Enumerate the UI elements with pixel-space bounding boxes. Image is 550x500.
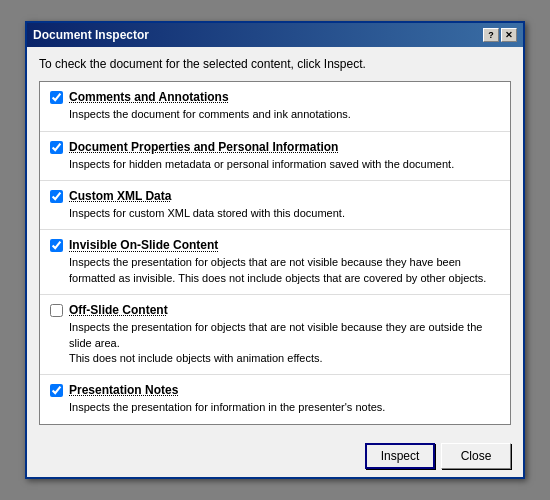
comments-title: Comments and Annotations [69, 90, 229, 104]
header-instruction: To check the document for the selected c… [39, 57, 511, 71]
item-header: Invisible On-Slide Content [50, 238, 500, 252]
item-header: Off-Slide Content [50, 303, 500, 317]
comments-checkbox[interactable] [50, 91, 63, 104]
list-item: Custom XML Data Inspects for custom XML … [40, 181, 510, 230]
dialog-footer: Inspect Close [27, 435, 523, 477]
presentation-notes-checkbox[interactable] [50, 384, 63, 397]
invisible-content-checkbox[interactable] [50, 239, 63, 252]
title-bar: Document Inspector ? ✕ [27, 23, 523, 47]
item-header: Document Properties and Personal Informa… [50, 140, 500, 154]
dialog-body: To check the document for the selected c… [27, 47, 523, 435]
inspector-list: Comments and Annotations Inspects the do… [39, 81, 511, 425]
presentation-notes-title: Presentation Notes [69, 383, 178, 397]
document-inspector-dialog: Document Inspector ? ✕ To check the docu… [25, 21, 525, 479]
presentation-notes-description: Inspects the presentation for informatio… [69, 400, 500, 415]
title-close-button[interactable]: ✕ [501, 28, 517, 42]
doc-properties-checkbox[interactable] [50, 141, 63, 154]
inspect-button[interactable]: Inspect [365, 443, 435, 469]
custom-xml-title: Custom XML Data [69, 189, 171, 203]
comments-description: Inspects the document for comments and i… [69, 107, 500, 122]
list-item: Presentation Notes Inspects the presenta… [40, 375, 510, 423]
custom-xml-description: Inspects for custom XML data stored with… [69, 206, 500, 221]
invisible-content-description: Inspects the presentation for objects th… [69, 255, 500, 286]
off-slide-checkbox[interactable] [50, 304, 63, 317]
item-header: Custom XML Data [50, 189, 500, 203]
list-item: Invisible On-Slide Content Inspects the … [40, 230, 510, 295]
invisible-content-title: Invisible On-Slide Content [69, 238, 218, 252]
list-item: Off-Slide Content Inspects the presentat… [40, 295, 510, 375]
title-bar-buttons: ? ✕ [483, 28, 517, 42]
close-button[interactable]: Close [441, 443, 511, 469]
item-header: Comments and Annotations [50, 90, 500, 104]
list-item: Document Properties and Personal Informa… [40, 132, 510, 181]
doc-properties-title: Document Properties and Personal Informa… [69, 140, 338, 154]
doc-properties-description: Inspects for hidden metadata or personal… [69, 157, 500, 172]
off-slide-description: Inspects the presentation for objects th… [69, 320, 500, 366]
help-button[interactable]: ? [483, 28, 499, 42]
item-header: Presentation Notes [50, 383, 500, 397]
list-item: Comments and Annotations Inspects the do… [40, 82, 510, 131]
off-slide-title: Off-Slide Content [69, 303, 168, 317]
custom-xml-checkbox[interactable] [50, 190, 63, 203]
dialog-title: Document Inspector [33, 28, 149, 42]
